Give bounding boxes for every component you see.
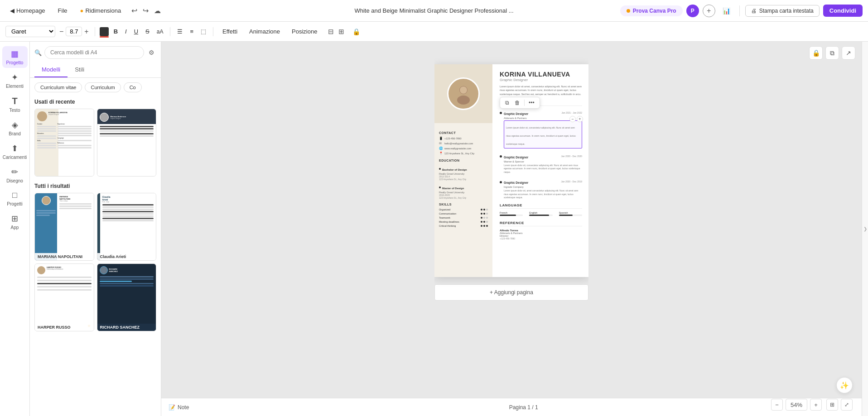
canvas-top-actions: 🔒 ⧉ ↗ bbox=[809, 46, 855, 60]
template-claudia[interactable]: Claudia Arieti título, cargo Claudia Ari… bbox=[97, 193, 157, 261]
file-menu-button[interactable]: File bbox=[53, 5, 72, 16]
disegno-icon: ✏ bbox=[11, 167, 18, 177]
experience-item-2[interactable]: Graphic Designer Jan 2020 - Dec 2020 War… bbox=[500, 152, 582, 174]
sidebar-item-progetto[interactable]: ▦ Progetto bbox=[2, 46, 28, 68]
edu-dot-2 bbox=[439, 186, 441, 188]
lock-button[interactable]: 🔒 bbox=[351, 27, 362, 36]
sidebar-item-testo[interactable]: T Testo bbox=[2, 93, 28, 115]
bold-button[interactable]: B bbox=[111, 27, 120, 36]
floating-copy-button[interactable]: ⧉ bbox=[503, 99, 511, 107]
recent-section: Usati di recente KORINA VILLANUEVA Graph… bbox=[34, 99, 156, 177]
address-icon: 📍 bbox=[439, 152, 443, 155]
search-input[interactable] bbox=[44, 46, 144, 59]
user-avatar[interactable]: P bbox=[686, 5, 699, 17]
experience-item-1[interactable]: ⧉ 🗑 ••• Graphic Designer Jan 2021 - Jan … bbox=[500, 109, 582, 148]
floating-more-button[interactable]: ••• bbox=[526, 99, 537, 107]
expand-canvas-button[interactable]: ↗ bbox=[842, 46, 855, 60]
italic-button[interactable]: I bbox=[123, 27, 129, 36]
resume-photo bbox=[447, 77, 480, 110]
align-left-button[interactable]: ☰ bbox=[175, 27, 185, 36]
template-richard[interactable]: RICHARD SANCHEZ RICHARD SANCHEZ bbox=[97, 263, 157, 331]
reference-item-1: Alfredo Torres Aldonaris & Partners Dire… bbox=[500, 229, 582, 240]
zoom-out-button[interactable]: − bbox=[771, 399, 783, 411]
exp-3-company: Ingrade Company bbox=[504, 186, 582, 188]
filter-button[interactable]: ⚙ bbox=[147, 47, 156, 58]
strikethrough-button[interactable]: S bbox=[143, 27, 152, 36]
grid-view-button[interactable]: ⊞ bbox=[826, 399, 838, 411]
experience-item-3[interactable]: Graphic Designer Jan 2020 - Dec 2019 Ing… bbox=[500, 177, 582, 200]
share-button[interactable]: Condividi bbox=[823, 5, 863, 17]
skill-dots-communication bbox=[481, 213, 488, 215]
animazione-button[interactable]: Animazione bbox=[245, 26, 285, 37]
pill-curriculum-vitae[interactable]: Curriculum vitae bbox=[34, 82, 82, 92]
resume-document[interactable]: Contact 📱 +123-456-7890 ✉ hello@reallygr… bbox=[434, 64, 588, 277]
right-panel-toggle[interactable]: ❯ bbox=[862, 42, 868, 416]
template-mariana-napolitani[interactable]: MARIANA NAPOLITANI Título, trabajo MARIA… bbox=[34, 193, 94, 261]
align-center-button[interactable]: ≡ bbox=[188, 27, 196, 36]
skill-dots-teamwork bbox=[481, 217, 488, 219]
font-size-increase-button[interactable]: + bbox=[83, 28, 90, 36]
font-family-select[interactable]: Garet bbox=[5, 26, 55, 37]
tab-stili[interactable]: Stili bbox=[68, 62, 92, 77]
zoom-bar-button[interactable]: 54% bbox=[786, 399, 807, 411]
print-header-button[interactable]: 🖨 Stampa carta intestata bbox=[745, 5, 820, 17]
magic-ai-button[interactable]: ✨ bbox=[836, 377, 853, 393]
main-layout: ▦ Progetto ✦ Elementi T Testo ◈ Brand ⬆ … bbox=[0, 42, 868, 416]
skill-deadlines: Meeting deadlines bbox=[439, 220, 488, 223]
note-button[interactable]: 📝 Note bbox=[169, 404, 189, 411]
lang-french-fill bbox=[500, 215, 516, 216]
canva-pro-button[interactable]: Prova Canva Pro bbox=[620, 5, 683, 16]
copy-canvas-button[interactable]: ⧉ bbox=[825, 46, 839, 60]
sidebar-item-app[interactable]: ⊞ App bbox=[2, 211, 28, 233]
edu-item-1: Bachelor of Design Really Great Universi… bbox=[439, 164, 488, 181]
floating-divider bbox=[524, 100, 525, 106]
add-collaborator-button[interactable]: + bbox=[703, 5, 715, 17]
progetto-icon: ▦ bbox=[11, 49, 19, 59]
sidebar-item-elementi[interactable]: ✦ Elementi bbox=[2, 70, 28, 91]
checkerboard-button[interactable]: ⊞ bbox=[337, 27, 346, 37]
add-page-button[interactable]: + Aggiungi pagina bbox=[434, 284, 588, 301]
grid-lines-button[interactable]: ⊟ bbox=[326, 27, 336, 37]
exp-2-desc: Lorem ipsum dolor sit, consectetur adipi… bbox=[504, 164, 582, 174]
all-results-grid: MARIANA NAPOLITANI Título, trabajo MARIA… bbox=[34, 193, 156, 331]
underline-button[interactable]: U bbox=[132, 27, 140, 36]
lock-controls: 🔒 bbox=[351, 27, 362, 36]
effetti-button[interactable]: Effetti bbox=[218, 26, 242, 37]
undo-button[interactable]: ↩ bbox=[129, 5, 140, 16]
pill-curriculum[interactable]: Curriculum bbox=[85, 82, 121, 92]
cloud-save-button[interactable]: ☁ bbox=[152, 5, 163, 16]
sidebar-item-disegno[interactable]: ✏ Disegno bbox=[2, 164, 28, 186]
fullscreen-button[interactable]: ⤢ bbox=[841, 399, 853, 411]
pill-co[interactable]: Co bbox=[124, 82, 142, 92]
sidebar-item-progetti[interactable]: □ Progetti bbox=[2, 188, 28, 209]
align-justify-button[interactable]: ⬚ bbox=[198, 27, 208, 36]
formatting-toolbar: Garet − + B I U S aA ☰ ≡ ⬚ Effetti Anima… bbox=[0, 22, 868, 42]
template-preview-claudia: Claudia Arieti título, cargo bbox=[97, 193, 156, 260]
template-harper[interactable]: HARPER RUSSO PERSONAL EXPERIENCE ★ HARPE… bbox=[34, 263, 94, 331]
zoom-controls: − 54% + ⊞ ⤢ bbox=[771, 399, 853, 411]
zoom-level: 54% bbox=[791, 402, 802, 408]
ridimensiona-button[interactable]: ● Ridimensiona bbox=[76, 5, 126, 16]
lock-canvas-button[interactable]: 🔒 bbox=[809, 46, 823, 60]
font-size-decrease-button[interactable]: − bbox=[58, 28, 65, 36]
lang-spanish-fill bbox=[559, 215, 573, 216]
posizione-button[interactable]: Posizione bbox=[287, 26, 322, 37]
sidebar-item-brand[interactable]: ◈ Brand bbox=[2, 117, 28, 139]
homepage-button[interactable]: ◀ Homepage bbox=[5, 5, 50, 16]
font-size-input[interactable] bbox=[66, 27, 82, 36]
text-color-swatch[interactable] bbox=[100, 27, 109, 36]
exp-inline-minus[interactable]: − bbox=[569, 116, 576, 122]
zoom-in-button[interactable]: + bbox=[810, 399, 822, 411]
exp-inline-plus[interactable]: + bbox=[577, 116, 583, 122]
resume-name: KORINA VILLANUEVA bbox=[500, 71, 582, 78]
skill-teamwork: Teamwork bbox=[439, 216, 488, 219]
floating-delete-button[interactable]: 🗑 bbox=[512, 99, 522, 107]
tab-modelli[interactable]: Modelli bbox=[34, 62, 68, 77]
analytics-button[interactable]: 📊 bbox=[719, 5, 734, 16]
sidebar-item-caricamenti[interactable]: ⬆ Caricamenti bbox=[2, 141, 28, 163]
recent-template-korina[interactable]: KORINA VILLANUEVA Graphic Designer Conta… bbox=[34, 109, 94, 177]
exp-1-desc-highlighted[interactable]: Lorem ipsum dolor sit, consectetur adipi… bbox=[504, 120, 582, 148]
aa-button[interactable]: aA bbox=[154, 27, 166, 36]
recent-template-dark[interactable]: Mariana Anderson Graphic Designer bbox=[97, 109, 157, 177]
redo-button[interactable]: ↪ bbox=[140, 5, 151, 16]
